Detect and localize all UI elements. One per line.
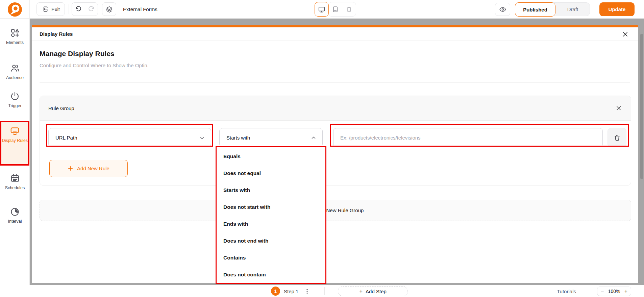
brand-logo-icon (7, 2, 22, 17)
delete-rule-button[interactable] (608, 128, 626, 147)
device-mobile-button[interactable] (342, 2, 356, 16)
add-new-rule-label: Add New Rule (77, 166, 109, 171)
page-subtitle: Configure and Control Where to Show the … (40, 63, 149, 68)
app-logo[interactable] (0, 0, 30, 19)
operator-option-does-not-equal[interactable]: Does not equal (217, 165, 325, 182)
operator-dropdown-menu: Equals Does not equal Starts with Does n… (216, 146, 326, 284)
elements-icon (10, 28, 20, 38)
published-toggle-button[interactable]: Published (515, 2, 555, 17)
sidebar-item-trigger[interactable]: Trigger (0, 92, 30, 109)
preview-button[interactable] (495, 3, 510, 16)
toolbar-divider (69, 4, 69, 14)
operator-option-equals[interactable]: Equals (217, 148, 325, 165)
sidebar-item-display-rules[interactable]: Display Rules (0, 121, 30, 166)
operator-option-contains[interactable]: Contains (217, 249, 325, 266)
audience-icon (10, 63, 20, 73)
publish-state-toggle: Published Draft (515, 2, 590, 16)
schedules-icon (10, 173, 20, 183)
rule-operator-value: Starts with (226, 135, 250, 141)
exit-label: Exit (51, 6, 60, 12)
rule-group-header: Rule Group (40, 96, 631, 121)
sidebar-label: Audience (0, 75, 30, 81)
undo-icon (75, 6, 82, 13)
rule-group-title: Rule Group (48, 105, 74, 111)
operator-option-does-not-end-with[interactable]: Does not end with (217, 232, 325, 249)
zoom-in-button[interactable]: + (624, 289, 627, 294)
add-new-rule-group-button[interactable]: Add New Rule Group (40, 200, 631, 221)
exit-icon (42, 6, 48, 13)
device-tablet-button[interactable] (328, 2, 342, 16)
update-button[interactable]: Update (599, 2, 635, 16)
rule-value-input[interactable] (333, 128, 603, 147)
step-number-badge[interactable]: 1 (271, 287, 280, 296)
undo-redo-group (72, 2, 98, 16)
eye-icon (499, 6, 506, 13)
vertical-scrollbar[interactable] (640, 34, 643, 179)
sidebar-item-elements[interactable]: Elements (0, 28, 30, 46)
rule-group-card: Rule Group URL Path Starts with (40, 96, 631, 185)
sidebar-label: Elements (0, 40, 30, 46)
device-secondary-group (328, 2, 356, 17)
document-title: External Forms (123, 0, 157, 19)
trash-icon (614, 134, 621, 141)
add-step-label: Add Step (366, 289, 387, 294)
sidebar-label: Schedules (0, 185, 30, 191)
tutorials-link[interactable]: Tutorials (557, 285, 576, 297)
step-menu-button[interactable] (304, 285, 310, 297)
chevron-up-icon (311, 135, 316, 141)
operator-option-ends-with[interactable]: Ends with (217, 216, 325, 232)
interval-icon (10, 207, 20, 217)
display-rules-modal: Display Rules Manage Display Rules Confi… (32, 25, 638, 283)
sidebar-label: Display Rules (0, 138, 30, 144)
draft-toggle-button[interactable]: Draft (556, 3, 590, 16)
rule-field-value: URL Path (55, 135, 77, 141)
sidebar-item-interval[interactable]: Interval (0, 207, 30, 224)
zoom-out-button[interactable]: − (601, 289, 604, 294)
section-divider (40, 82, 630, 83)
rule-group-remove-button[interactable] (615, 104, 622, 112)
bottom-step-bar: 1 Step 1 + Add Step Tutorials − 100% + (0, 285, 644, 297)
sidebar-item-schedules[interactable]: Schedules (0, 173, 30, 191)
undo-button[interactable] (72, 3, 85, 16)
top-toolbar: Exit External Forms (0, 0, 644, 19)
mobile-icon (346, 6, 352, 13)
device-desktop-button[interactable] (315, 2, 329, 17)
sidebar-label: Trigger (0, 103, 30, 109)
redo-button[interactable] (85, 3, 98, 16)
bottombar-divider (324, 287, 325, 295)
step-label: Step 1 (284, 285, 298, 297)
device-preview-toggle (315, 2, 356, 17)
operator-option-starts-with[interactable]: Starts with (217, 182, 325, 199)
zoom-level: 100% (608, 289, 620, 294)
close-icon (616, 105, 621, 111)
chevron-down-icon (199, 135, 205, 141)
plus-icon: + (359, 288, 363, 295)
rule-operator-select[interactable]: Starts with (219, 128, 323, 147)
close-icon (622, 31, 628, 37)
modal-title: Display Rules (40, 31, 73, 37)
rule-field-select[interactable]: URL Path (48, 128, 211, 147)
desktop-icon (318, 6, 325, 13)
trigger-icon (10, 92, 20, 101)
operator-option-does-not-contain[interactable]: Does not contain (217, 266, 325, 283)
add-step-button[interactable]: + Add Step (338, 286, 408, 296)
tablet-icon (332, 6, 339, 13)
modal-close-button[interactable] (621, 30, 629, 38)
zoom-control: − 100% + (597, 287, 631, 296)
modal-header: Display Rules (32, 27, 638, 41)
redo-icon (88, 6, 95, 13)
operator-option-does-not-start-with[interactable]: Does not start with (217, 199, 325, 216)
left-sidebar: Elements Audience Trigger Display R (0, 19, 30, 285)
sidebar-label: Interval (0, 219, 30, 224)
sidebar-item-audience[interactable]: Audience (0, 63, 30, 81)
layers-button[interactable] (102, 2, 116, 16)
page-title: Manage Display Rules (40, 50, 115, 58)
kebab-menu-icon (304, 288, 310, 294)
display-rules-icon (10, 126, 20, 136)
layers-icon (106, 6, 113, 13)
app-root: Exit External Forms (0, 0, 644, 297)
exit-button[interactable]: Exit (36, 2, 65, 16)
add-new-rule-button[interactable]: Add New Rule (49, 160, 128, 177)
plus-icon (68, 166, 73, 171)
